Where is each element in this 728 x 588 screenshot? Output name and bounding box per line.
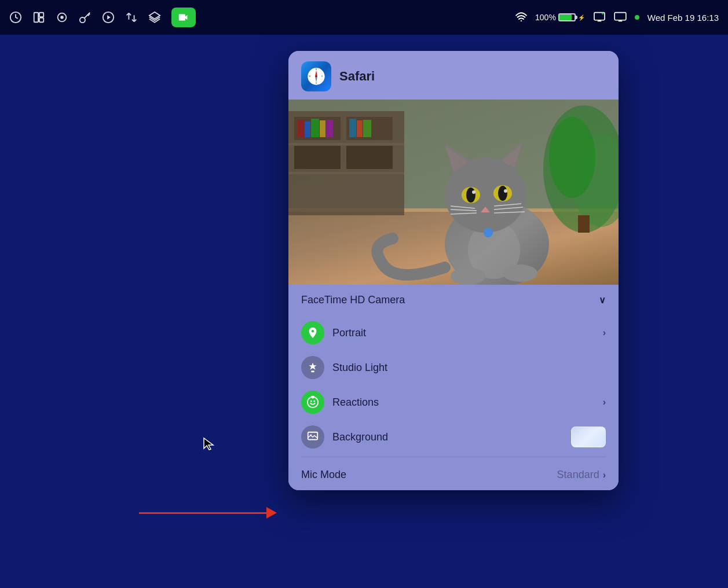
svg-rect-43	[288, 172, 404, 174]
cursor	[203, 437, 214, 453]
svg-point-79	[314, 439, 316, 440]
mic-mode-label: Mic Mode	[301, 469, 346, 481]
svg-rect-33	[346, 146, 393, 169]
svg-point-13	[521, 20, 522, 21]
svg-point-73	[310, 400, 312, 402]
status-dot	[635, 15, 639, 20]
history-icon[interactable]	[9, 11, 22, 24]
reactions-icon	[301, 391, 324, 414]
svg-point-69	[451, 267, 485, 285]
svg-rect-34	[297, 120, 304, 137]
background-thumbnail	[571, 427, 606, 447]
battery-indicator: 100% ⚡	[535, 13, 585, 22]
arrow-head	[266, 507, 277, 519]
camera-device-label: FaceTime HD Camera	[301, 294, 405, 306]
portrait-menu-item[interactable]: Portrait ›	[288, 315, 619, 350]
divider	[301, 457, 606, 457]
svg-rect-35	[305, 122, 310, 137]
charging-icon: ⚡	[578, 14, 585, 21]
svg-point-15	[602, 12, 603, 14]
camera-chevron-down: ∨	[599, 295, 606, 306]
background-menu-item[interactable]: Background	[288, 420, 619, 454]
svg-point-74	[313, 400, 315, 402]
svg-line-9	[88, 14, 89, 16]
reactions-menu-item[interactable]: Reactions ›	[288, 385, 619, 420]
svg-point-59	[472, 190, 475, 194]
svg-marker-11	[107, 15, 111, 19]
reactions-chevron: ›	[603, 397, 606, 407]
menubar: 100% ⚡ Wed Feb 19 16:13	[0, 0, 728, 35]
camera-preview	[288, 100, 619, 285]
portrait-label: Portrait	[332, 327, 595, 339]
camera-device-row[interactable]: FaceTime HD Camera ∨	[288, 285, 619, 315]
battery-percent: 100%	[535, 13, 556, 22]
svg-rect-3	[39, 18, 43, 22]
wifi-icon[interactable]	[515, 12, 527, 23]
svg-rect-16	[614, 12, 626, 20]
studio-light-menu-item[interactable]: Studio Light	[288, 350, 619, 385]
svg-point-70	[503, 264, 537, 282]
panels-icon[interactable]	[32, 11, 45, 24]
svg-rect-71	[311, 371, 314, 373]
studio-light-label: Studio Light	[332, 362, 606, 374]
svg-point-46	[549, 117, 595, 198]
mic-mode-row[interactable]: Mic Mode Standard ›	[288, 460, 619, 490]
svg-point-80	[310, 439, 311, 440]
safari-app-icon: N S E W	[301, 61, 331, 91]
svg-point-60	[504, 189, 507, 193]
svg-point-5	[60, 16, 64, 19]
portrait-icon	[301, 321, 324, 344]
svg-rect-39	[349, 119, 356, 137]
svg-point-58	[498, 186, 507, 201]
layers-icon[interactable]	[148, 11, 161, 24]
play-icon[interactable]	[102, 11, 115, 24]
safari-header: N S E W Safari	[288, 51, 619, 100]
mic-mode-value: Standard	[557, 469, 599, 481]
red-arrow	[139, 507, 277, 519]
mic-mode-value-container: Standard ›	[557, 469, 606, 481]
svg-rect-1	[34, 13, 38, 23]
svg-rect-42	[288, 143, 404, 145]
svg-rect-40	[357, 120, 363, 137]
svg-point-78	[312, 439, 313, 440]
svg-rect-36	[311, 119, 319, 137]
svg-point-56	[466, 188, 475, 203]
menubar-right: 100% ⚡ Wed Feb 19 16:13	[515, 12, 719, 24]
popup-panel: N S E W Safari	[288, 51, 619, 490]
portrait-chevron: ›	[603, 328, 606, 338]
svg-point-61	[484, 228, 493, 237]
record-icon[interactable]	[56, 11, 68, 24]
background-label: Background	[332, 431, 563, 443]
mic-mode-chevron: ›	[603, 470, 606, 480]
svg-point-25	[316, 76, 317, 78]
screen-icon[interactable]	[593, 12, 606, 24]
display-icon[interactable]	[614, 12, 627, 24]
reactions-label: Reactions	[332, 396, 595, 409]
svg-rect-2	[39, 13, 43, 17]
svg-rect-41	[363, 120, 371, 137]
transfer-icon[interactable]	[125, 11, 138, 24]
svg-rect-47	[578, 215, 590, 233]
svg-rect-37	[320, 120, 325, 137]
svg-rect-32	[294, 146, 341, 169]
arrow-line	[139, 512, 266, 514]
cat-scene-svg	[288, 100, 619, 285]
studio-light-icon	[301, 356, 324, 379]
battery-icon	[558, 13, 576, 21]
datetime: Wed Feb 19 16:13	[647, 13, 719, 23]
facetime-icon[interactable]	[171, 8, 196, 27]
app-name: Safari	[339, 69, 375, 84]
key-icon[interactable]	[79, 11, 92, 24]
svg-line-8	[89, 14, 90, 15]
svg-rect-38	[326, 120, 333, 137]
svg-point-75	[311, 396, 314, 399]
background-icon	[301, 425, 324, 449]
